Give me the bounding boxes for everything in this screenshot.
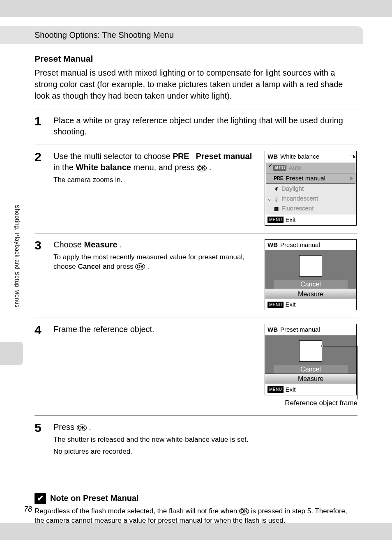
intro-text: Preset manual is used with mixed lightin… [35, 67, 357, 102]
exit-label: Exit [285, 216, 295, 224]
step-text: Choose Measure . To apply the most recen… [53, 239, 257, 311]
step-text: Press OK . The shutter is released and t… [53, 422, 357, 457]
step-number: 1 [35, 115, 46, 137]
reference-frame [299, 340, 322, 362]
step-number: 4 [35, 324, 46, 408]
side-tab [0, 342, 23, 365]
ok-icon: OK [197, 165, 207, 171]
lcd-white-balance-menu: WB White balance ✔ AUTO Auto PRE [265, 151, 357, 226]
step-number: 5 [35, 422, 46, 457]
label: Daylight [281, 185, 304, 193]
text: . [89, 422, 91, 432]
side-label: Shooting, Playback and Setup Menus [14, 205, 21, 308]
step-1: 1 Place a white or gray reference object… [35, 109, 357, 145]
step-4: 4 Frame the reference object. WB Preset … [35, 318, 357, 415]
reference-frame [299, 255, 322, 277]
text: Choose [53, 240, 84, 249]
bulb-icon [273, 194, 279, 203]
step-subtext: The camera zooms in. [53, 175, 257, 185]
pre-icon: PRE [274, 175, 283, 182]
menu-item-preset: PRE Preset manual [266, 173, 355, 184]
label: Auto [289, 164, 302, 172]
bold-text: Cancel [78, 263, 101, 270]
note-body: Regardless of the flash mode selected, t… [35, 507, 357, 526]
measure-option: Measure [265, 374, 356, 384]
bold-text: Preset manual [196, 152, 252, 161]
wb-icon: WB [267, 325, 278, 334]
text: Press [53, 422, 77, 432]
battery-icon [349, 155, 354, 158]
lcd-preset-measure: WB Preset manual Cancel Measure MENU Exi… [265, 239, 357, 311]
scroll-down-icon: ▿ [268, 197, 271, 203]
text: in the [53, 163, 76, 172]
note-block: ✔ Note on Preset Manual Regardless of th… [35, 493, 357, 526]
wb-icon: WB [267, 152, 278, 161]
ok-icon: OK [77, 425, 87, 431]
menu-item-auto: AUTO Auto [266, 163, 355, 173]
menu-icon: MENU [267, 217, 284, 223]
text: and press [103, 263, 135, 270]
text: . [147, 263, 149, 270]
cancel-option: Cancel [274, 280, 348, 289]
text: menu, and press [134, 163, 197, 172]
auto-icon: AUTO [273, 165, 286, 171]
lcd-title: White balance [280, 152, 319, 161]
step-5: 5 Press OK . The shutter is released and… [35, 415, 357, 464]
sun-icon [273, 185, 279, 193]
label: Preset manual [286, 174, 325, 182]
text: . [120, 240, 122, 249]
page: Shooting Options: The Shooting Menu Shoo… [0, 17, 392, 523]
step-text: Frame the reference object. [53, 324, 257, 408]
check-icon: ✔ [268, 163, 272, 169]
menu-icon: MENU [267, 302, 284, 308]
step-3: 3 Choose Measure . To apply the most rec… [35, 233, 357, 318]
lcd-preset-frame: WB Preset manual Cancel Measure MENU Exi… [265, 324, 357, 395]
section-title: Preset Manual [35, 54, 357, 64]
ok-icon: OK [135, 263, 145, 270]
step-number: 3 [35, 239, 46, 311]
text: Use the multi selector to choose [53, 152, 173, 161]
label: Fluorescent [281, 204, 314, 212]
bold-text: Measure [84, 240, 118, 249]
text: Regardless of the flash mode selected, t… [35, 507, 239, 515]
step-subtext: The shutter is released and the new whit… [53, 435, 357, 445]
content: Preset Manual Preset manual is used with… [0, 44, 392, 526]
chapter-header: Shooting Options: The Shooting Menu [0, 26, 363, 44]
fluorescent-icon [273, 204, 279, 212]
label: Incandescent [281, 194, 318, 203]
cancel-option: Cancel [274, 365, 348, 374]
lcd-title: Preset manual [280, 241, 320, 249]
step-2: 2 Use the multi selector to choose PRE P… [35, 145, 357, 233]
text: . [209, 163, 212, 172]
menu-icon: MENU [267, 386, 284, 393]
step-subtext: No pictures are recorded. [53, 447, 357, 457]
caution-icon: ✔ [35, 493, 46, 504]
callout-line [357, 346, 357, 399]
exit-label: Exit [285, 385, 295, 394]
wb-icon: WB [267, 241, 278, 249]
callout-line [323, 346, 357, 346]
measure-option: Measure [265, 289, 356, 300]
step-number: 2 [35, 151, 46, 226]
page-number: 78 [24, 505, 32, 514]
step-text: Use the multi selector to choose PRE Pre… [53, 151, 257, 226]
pre-icon: PRE [173, 152, 189, 161]
lcd-caption: Reference object frame [265, 399, 357, 408]
menu-item-daylight: Daylight [265, 184, 356, 194]
menu-item-fluorescent: Fluorescent [265, 203, 356, 213]
menu-item-incandescent: Incandescent [265, 194, 356, 203]
exit-label: Exit [285, 300, 295, 309]
ok-icon: OK [239, 508, 249, 515]
step-text: Place a white or gray reference object u… [53, 115, 357, 137]
bold-text: White balance [76, 163, 131, 172]
lcd-title: Preset manual [280, 325, 320, 334]
note-title: Note on Preset Manual [50, 493, 139, 504]
